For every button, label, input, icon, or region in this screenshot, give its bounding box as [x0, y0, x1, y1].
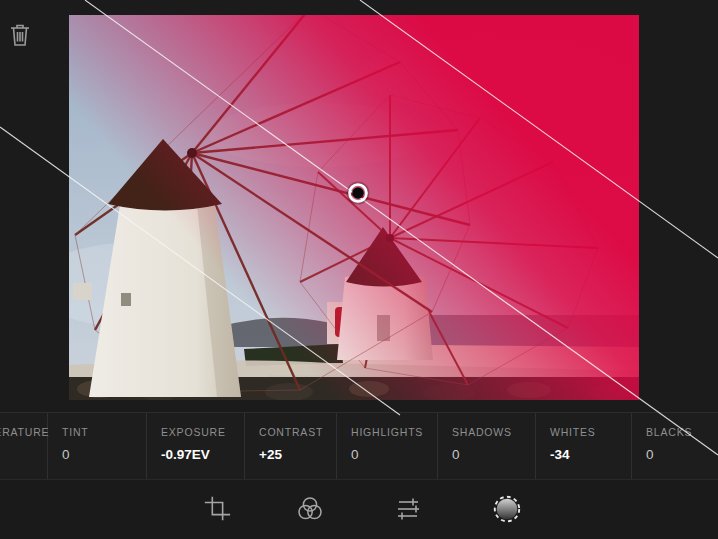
adjustment-label: SHADOWS: [452, 426, 535, 438]
adjustment-contrast[interactable]: CONTRAST +25: [245, 413, 337, 479]
adjustment-value: 0: [452, 447, 535, 462]
tools-bar: [0, 481, 718, 539]
crop-tool-button[interactable]: [195, 487, 239, 531]
adjust-sliders-icon: [393, 494, 423, 524]
trash-icon: [6, 20, 34, 50]
editing-stage: [0, 0, 718, 412]
selective-gradient-icon: [491, 493, 523, 525]
adjustment-label: TEMPERATURE: [0, 426, 47, 438]
gradient-pin[interactable]: [348, 183, 369, 204]
adjustment-value: 0: [646, 447, 718, 462]
adjustment-label: CONTRAST: [259, 426, 336, 438]
adjust-bar: TEMPERATURE TINT 0 EXPOSURE -0.97EV CONT…: [0, 412, 718, 480]
trash-button[interactable]: [6, 20, 34, 50]
adjustment-whites[interactable]: WHITES -34: [536, 413, 632, 479]
presets-tool-button[interactable]: [288, 487, 332, 531]
crop-icon: [202, 494, 232, 524]
adjustment-value: -0.97EV: [161, 447, 244, 462]
presets-circles-icon: [295, 494, 325, 524]
adjustment-value: 0: [62, 447, 146, 462]
adjustment-value: +25: [259, 447, 336, 462]
adjustment-label: HIGHLIGHTS: [351, 426, 437, 438]
adjustment-shadows[interactable]: SHADOWS 0: [438, 413, 536, 479]
adjust-tool-button[interactable]: [386, 487, 430, 531]
adjustment-highlights[interactable]: HIGHLIGHTS 0: [337, 413, 438, 479]
selective-edit-tool-button[interactable]: [485, 487, 529, 531]
adjustment-exposure[interactable]: EXPOSURE -0.97EV: [147, 413, 245, 479]
photo-canvas[interactable]: [69, 15, 639, 400]
photo-editor-app: TEMPERATURE TINT 0 EXPOSURE -0.97EV CONT…: [0, 0, 718, 539]
adjustment-label: WHITES: [550, 426, 631, 438]
adjustment-temperature[interactable]: TEMPERATURE: [0, 413, 48, 479]
red-filter-overlay: [69, 15, 639, 400]
adjustment-label: BLACKS: [646, 426, 718, 438]
adjustment-value: 0: [351, 447, 437, 462]
adjustment-label: EXPOSURE: [161, 426, 244, 438]
adjustment-blacks[interactable]: BLACKS 0: [632, 413, 718, 479]
adjustment-value: -34: [550, 447, 631, 462]
adjustment-tint[interactable]: TINT 0: [48, 413, 147, 479]
adjustment-label: TINT: [62, 426, 146, 438]
